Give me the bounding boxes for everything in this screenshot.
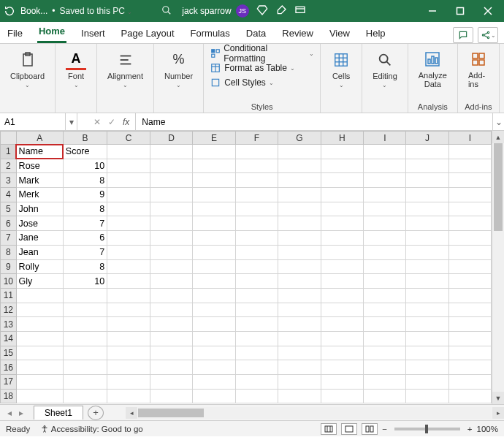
cell[interactable]: 6 <box>63 231 107 246</box>
spreadsheet-grid[interactable]: ABCDEFGHIJI1NameScore2Rose103Mark84Merk9… <box>0 131 492 403</box>
cell[interactable] <box>278 375 321 390</box>
cell[interactable] <box>406 346 448 360</box>
ribbon-collapse-button[interactable]: ⌃ <box>500 44 504 113</box>
cell[interactable] <box>150 145 193 159</box>
sheet-nav-next[interactable]: ▸ <box>16 408 26 418</box>
cell[interactable] <box>63 303 107 317</box>
cell[interactable]: Rolly <box>16 259 63 274</box>
cell[interactable] <box>107 375 150 390</box>
cell[interactable]: Merk <box>16 188 63 202</box>
cell[interactable] <box>150 303 193 317</box>
cell[interactable] <box>63 346 107 360</box>
accessibility-status[interactable]: Accessibility: Good to go <box>40 425 142 433</box>
cell[interactable] <box>278 259 321 274</box>
cell[interactable] <box>321 259 364 274</box>
column-header[interactable]: I <box>364 132 406 145</box>
scroll-down-button[interactable]: ▼ <box>492 392 504 404</box>
cell[interactable] <box>406 216 448 231</box>
cell[interactable] <box>150 259 193 274</box>
tab-data[interactable]: Data <box>245 23 267 43</box>
cell[interactable] <box>107 331 150 346</box>
cell[interactable] <box>235 173 278 188</box>
cell[interactable] <box>406 288 448 303</box>
autosave-icon[interactable] <box>3 4 16 18</box>
diamond-icon[interactable] <box>256 4 268 18</box>
cell[interactable] <box>321 346 364 360</box>
cell[interactable] <box>321 145 364 159</box>
cell[interactable]: 8 <box>63 173 107 188</box>
cell[interactable] <box>16 303 63 317</box>
cell[interactable] <box>16 288 63 303</box>
cell[interactable] <box>193 360 235 375</box>
cell[interactable] <box>406 360 448 375</box>
cell[interactable] <box>278 159 321 173</box>
cancel-formula-icon[interactable]: ✕ <box>93 117 101 127</box>
cell[interactable] <box>448 159 491 173</box>
column-header[interactable]: E <box>193 132 235 145</box>
cell[interactable] <box>406 259 448 274</box>
conditional-formatting-button[interactable]: Conditional Formatting ⌄ <box>210 47 314 60</box>
add-sheet-button[interactable]: + <box>88 406 104 420</box>
cell-styles-button[interactable]: Cell Styles ⌄ <box>210 76 274 89</box>
row-header[interactable]: 17 <box>1 375 17 390</box>
cell[interactable] <box>150 188 193 202</box>
cell[interactable] <box>193 216 235 231</box>
cell[interactable] <box>63 331 107 346</box>
cell[interactable] <box>193 202 235 216</box>
row-header[interactable]: 15 <box>1 346 17 360</box>
cell[interactable] <box>364 188 406 202</box>
document-title[interactable]: Book... <box>20 6 47 16</box>
row-header[interactable]: 8 <box>1 245 17 259</box>
cell[interactable] <box>448 274 491 289</box>
share-button[interactable]: ⌄ <box>478 27 498 43</box>
cell[interactable] <box>448 346 491 360</box>
font-button[interactable]: A Font⌄ <box>61 47 91 91</box>
column-header[interactable]: B <box>63 132 107 145</box>
cell[interactable] <box>406 389 448 403</box>
cell[interactable] <box>16 331 63 346</box>
cell[interactable] <box>406 173 448 188</box>
zoom-out-button[interactable]: − <box>382 425 387 433</box>
row-header[interactable]: 13 <box>1 317 17 332</box>
cell[interactable] <box>278 231 321 246</box>
row-header[interactable]: 3 <box>1 173 17 188</box>
view-normal-button[interactable] <box>321 423 337 435</box>
cell[interactable] <box>406 188 448 202</box>
cell[interactable] <box>150 317 193 332</box>
cell[interactable] <box>150 375 193 390</box>
cell[interactable] <box>235 331 278 346</box>
cell[interactable] <box>278 317 321 332</box>
cell[interactable] <box>107 389 150 403</box>
cell[interactable] <box>278 245 321 259</box>
cell[interactable] <box>63 389 107 403</box>
cell[interactable] <box>406 159 448 173</box>
zoom-level[interactable]: 100% <box>477 425 498 433</box>
cell[interactable] <box>193 389 235 403</box>
cell[interactable] <box>150 216 193 231</box>
cell[interactable] <box>150 288 193 303</box>
cell[interactable] <box>150 245 193 259</box>
cell[interactable] <box>448 259 491 274</box>
cell[interactable] <box>278 173 321 188</box>
column-header[interactable]: J <box>406 132 448 145</box>
tab-page-layout[interactable]: Page Layout <box>120 23 176 43</box>
minimize-button[interactable] <box>419 0 446 22</box>
cell[interactable]: 8 <box>63 202 107 216</box>
cell[interactable] <box>364 159 406 173</box>
cell[interactable] <box>364 331 406 346</box>
cell[interactable] <box>235 216 278 231</box>
comments-button[interactable] <box>453 27 473 43</box>
cell[interactable] <box>107 202 150 216</box>
cell[interactable] <box>63 360 107 375</box>
row-header[interactable]: 11 <box>1 288 17 303</box>
cell[interactable] <box>448 202 491 216</box>
vertical-scroll-thumb[interactable] <box>494 143 503 231</box>
cell[interactable] <box>107 288 150 303</box>
cell[interactable] <box>107 188 150 202</box>
cell[interactable] <box>193 303 235 317</box>
cell[interactable] <box>193 231 235 246</box>
cell[interactable] <box>63 288 107 303</box>
row-header[interactable]: 16 <box>1 360 17 375</box>
cell[interactable] <box>235 360 278 375</box>
cell[interactable] <box>235 375 278 390</box>
